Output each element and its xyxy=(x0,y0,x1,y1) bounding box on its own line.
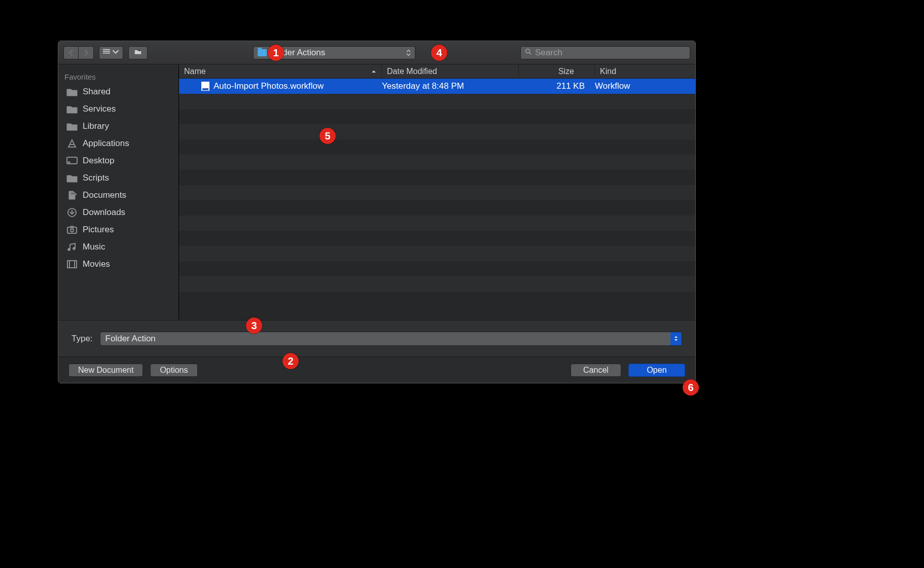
svg-point-7 xyxy=(70,229,74,232)
list-view-icon xyxy=(103,48,110,57)
sidebar-item-library[interactable]: Library xyxy=(58,118,179,135)
view-mode-button[interactable] xyxy=(99,46,123,59)
grouping-button[interactable] xyxy=(128,46,148,59)
button-bar: New Document Options Cancel Open xyxy=(58,357,695,383)
open-dialog: Folder Actions Search Favorites Shared S… xyxy=(58,41,696,383)
music-icon xyxy=(66,242,78,252)
svg-rect-6 xyxy=(67,227,77,233)
annotation-3: 3 xyxy=(246,317,262,334)
type-value: Folder Action xyxy=(105,334,156,344)
new-document-button[interactable]: New Document xyxy=(68,364,143,377)
sidebar-item-desktop[interactable]: Desktop xyxy=(58,152,179,169)
search-placeholder: Search xyxy=(535,48,562,58)
folder-icon xyxy=(258,49,267,56)
column-kind[interactable]: Kind xyxy=(595,64,695,78)
folder-icon xyxy=(66,173,78,183)
sidebar-item-documents[interactable]: Documents xyxy=(58,187,179,204)
sidebar-item-scripts[interactable]: Scripts xyxy=(58,169,179,187)
sidebar-item-label: Shared xyxy=(83,87,111,97)
sort-ascending-icon xyxy=(371,67,376,76)
forward-button[interactable] xyxy=(79,46,94,59)
desktop-icon xyxy=(66,156,78,165)
file-date: Yesterday at 8:48 PM xyxy=(382,81,519,91)
svg-line-1 xyxy=(529,52,531,54)
svg-rect-4 xyxy=(68,162,70,163)
options-button[interactable]: Options xyxy=(150,364,197,377)
type-select[interactable]: Folder Action xyxy=(100,332,682,346)
sidebar-item-label: Music xyxy=(83,242,105,252)
sidebar-item-label: Movies xyxy=(83,259,110,269)
toolbar: Folder Actions Search xyxy=(58,41,695,64)
downloads-icon xyxy=(66,208,78,217)
file-rows: Auto-Import Photos.workflow Yesterday at… xyxy=(179,79,695,320)
sidebar-item-services[interactable]: Services xyxy=(58,100,179,118)
column-headers: Name Date Modified Size Kind xyxy=(179,64,695,79)
pictures-icon xyxy=(66,225,78,234)
sidebar-item-label: Downloads xyxy=(83,207,125,218)
updown-icon xyxy=(670,332,682,345)
folder-icon xyxy=(66,122,78,131)
sidebar-item-shared[interactable]: Shared xyxy=(58,83,179,100)
column-date-label: Date Modified xyxy=(387,67,437,76)
sidebar-item-label: Scripts xyxy=(83,173,109,183)
chevron-down-icon xyxy=(112,48,119,57)
annotation-2: 2 xyxy=(282,353,299,369)
cancel-button[interactable]: Cancel xyxy=(571,364,621,377)
svg-rect-11 xyxy=(67,261,77,268)
documents-icon xyxy=(66,191,78,200)
column-kind-label: Kind xyxy=(600,67,616,76)
column-name-label: Name xyxy=(184,67,206,76)
workflow-file-icon xyxy=(201,82,209,91)
svg-point-10 xyxy=(73,247,76,250)
applications-icon xyxy=(66,139,78,148)
nav-buttons xyxy=(63,46,94,59)
sidebar-item-applications[interactable]: Applications xyxy=(58,135,179,152)
sidebar-item-label: Library xyxy=(83,121,109,131)
annotation-4: 4 xyxy=(431,45,447,61)
column-size[interactable]: Size xyxy=(519,64,595,78)
svg-rect-8 xyxy=(70,226,74,228)
sidebar-item-music[interactable]: Music xyxy=(58,238,179,256)
column-name[interactable]: Name xyxy=(179,64,382,78)
open-button[interactable]: Open xyxy=(628,364,685,377)
sidebar: Favorites Shared Services Library Applic… xyxy=(58,64,179,320)
sidebar-item-label: Services xyxy=(83,104,116,114)
sidebar-item-label: Pictures xyxy=(83,225,114,235)
folder-plus-icon xyxy=(134,48,141,57)
search-icon xyxy=(525,48,532,58)
sidebar-section-label: Favorites xyxy=(58,67,179,83)
folder-icon xyxy=(66,87,78,96)
annotation-6: 6 xyxy=(683,379,699,396)
column-size-label: Size xyxy=(558,67,574,76)
column-date[interactable]: Date Modified xyxy=(382,64,519,78)
sidebar-item-movies[interactable]: Movies xyxy=(58,256,179,273)
file-row[interactable]: Auto-Import Photos.workflow Yesterday at… xyxy=(179,79,695,94)
svg-point-9 xyxy=(68,248,70,251)
file-list: Name Date Modified Size Kind Auto-I xyxy=(179,64,695,320)
type-label: Type: xyxy=(72,334,93,344)
search-input[interactable]: Search xyxy=(520,46,690,59)
sidebar-item-label: Applications xyxy=(83,138,129,149)
file-name: Auto-Import Photos.workflow xyxy=(214,81,324,91)
movies-icon xyxy=(66,260,78,269)
sidebar-item-label: Documents xyxy=(83,190,126,200)
sidebar-item-downloads[interactable]: Downloads xyxy=(58,204,179,221)
sidebar-item-pictures[interactable]: Pictures xyxy=(58,221,179,238)
dialog-body: Favorites Shared Services Library Applic… xyxy=(58,64,695,320)
file-kind: Workflow xyxy=(595,81,695,91)
svg-point-0 xyxy=(526,49,530,53)
row-stripes xyxy=(179,79,695,320)
type-bar: Type: Folder Action xyxy=(58,320,695,357)
back-button[interactable] xyxy=(63,46,79,59)
sidebar-item-label: Desktop xyxy=(83,156,114,166)
annotation-1: 1 xyxy=(268,45,284,61)
annotation-5: 5 xyxy=(319,128,336,144)
folder-icon xyxy=(66,104,78,114)
updown-icon xyxy=(406,49,411,56)
file-size: 211 KB xyxy=(519,81,595,91)
